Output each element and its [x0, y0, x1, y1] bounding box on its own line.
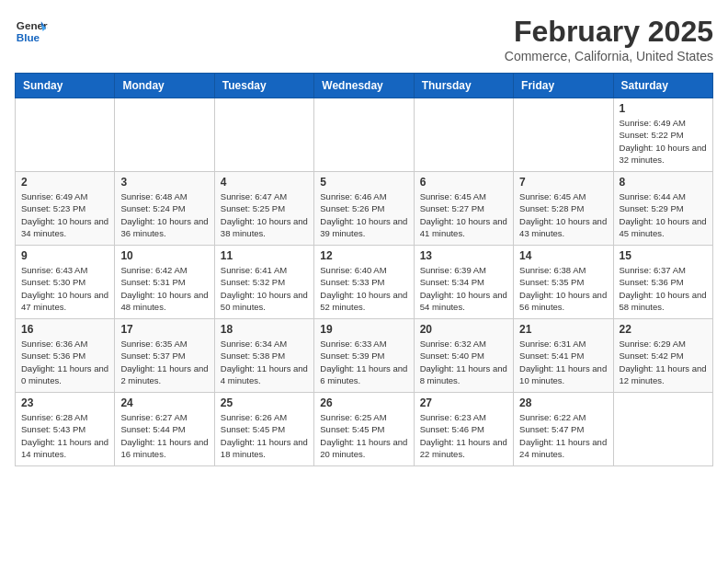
day-number: 28 — [519, 396, 607, 409]
location-title: Commerce, California, United States — [505, 49, 713, 63]
day-info: Sunrise: 6:49 AM Sunset: 5:22 PM Dayligh… — [620, 117, 707, 166]
calendar-day-header: Sunday — [16, 74, 115, 98]
day-info: Sunrise: 6:48 AM Sunset: 5:24 PM Dayligh… — [120, 190, 208, 239]
day-info: Sunrise: 6:45 AM Sunset: 5:28 PM Dayligh… — [519, 190, 607, 239]
day-number: 3 — [120, 176, 208, 189]
day-info: Sunrise: 6:22 AM Sunset: 5:47 PM Dayligh… — [519, 411, 607, 460]
calendar-cell: 18Sunrise: 6:34 AM Sunset: 5:38 PM Dayli… — [214, 319, 313, 393]
day-info: Sunrise: 6:47 AM Sunset: 5:25 PM Dayligh… — [221, 190, 308, 239]
day-number: 26 — [320, 396, 407, 409]
day-number: 19 — [320, 323, 407, 336]
day-info: Sunrise: 6:40 AM Sunset: 5:33 PM Dayligh… — [320, 264, 407, 313]
calendar-cell: 24Sunrise: 6:27 AM Sunset: 5:44 PM Dayli… — [115, 393, 214, 466]
day-number: 11 — [221, 249, 308, 262]
calendar-cell: 7Sunrise: 6:45 AM Sunset: 5:28 PM Daylig… — [514, 172, 613, 246]
calendar-week-row: 2Sunrise: 6:49 AM Sunset: 5:23 PM Daylig… — [16, 172, 713, 246]
day-info: Sunrise: 6:29 AM Sunset: 5:42 PM Dayligh… — [620, 338, 707, 386]
calendar-cell: 13Sunrise: 6:39 AM Sunset: 5:34 PM Dayli… — [414, 246, 513, 319]
calendar-week-row: 16Sunrise: 6:36 AM Sunset: 5:36 PM Dayli… — [16, 319, 713, 393]
day-number: 4 — [221, 176, 308, 189]
day-number: 12 — [320, 249, 407, 262]
day-info: Sunrise: 6:31 AM Sunset: 5:41 PM Dayligh… — [519, 338, 607, 386]
calendar-cell: 17Sunrise: 6:35 AM Sunset: 5:37 PM Dayli… — [115, 319, 214, 393]
day-info: Sunrise: 6:43 AM Sunset: 5:30 PM Dayligh… — [21, 264, 108, 313]
day-info: Sunrise: 6:49 AM Sunset: 5:23 PM Dayligh… — [21, 190, 108, 239]
calendar-cell: 14Sunrise: 6:38 AM Sunset: 5:35 PM Dayli… — [514, 246, 613, 319]
calendar-day-header: Thursday — [414, 74, 513, 98]
day-number: 18 — [221, 323, 308, 336]
svg-text:Blue: Blue — [17, 31, 40, 43]
day-number: 20 — [420, 323, 507, 336]
day-number: 23 — [21, 396, 108, 409]
day-info: Sunrise: 6:41 AM Sunset: 5:32 PM Dayligh… — [221, 264, 308, 313]
day-number: 15 — [620, 249, 707, 262]
calendar-cell: 2Sunrise: 6:49 AM Sunset: 5:23 PM Daylig… — [16, 172, 115, 246]
calendar-cell: 6Sunrise: 6:45 AM Sunset: 5:27 PM Daylig… — [414, 172, 513, 246]
day-number: 16 — [21, 323, 108, 336]
calendar-day-header: Friday — [514, 74, 613, 98]
calendar-cell: 27Sunrise: 6:23 AM Sunset: 5:46 PM Dayli… — [414, 393, 513, 466]
day-number: 24 — [120, 396, 208, 409]
day-info: Sunrise: 6:25 AM Sunset: 5:45 PM Dayligh… — [320, 411, 407, 460]
calendar-cell: 19Sunrise: 6:33 AM Sunset: 5:39 PM Dayli… — [314, 319, 414, 393]
day-info: Sunrise: 6:32 AM Sunset: 5:40 PM Dayligh… — [420, 338, 507, 386]
calendar-week-row: 23Sunrise: 6:28 AM Sunset: 5:43 PM Dayli… — [16, 393, 713, 466]
day-info: Sunrise: 6:23 AM Sunset: 5:46 PM Dayligh… — [420, 411, 507, 460]
page-header: General Blue February 2025 Commerce, Cal… — [15, 15, 713, 63]
title-area: February 2025 Commerce, California, Unit… — [505, 15, 713, 63]
calendar-cell: 5Sunrise: 6:46 AM Sunset: 5:26 PM Daylig… — [314, 172, 414, 246]
calendar-day-header: Wednesday — [314, 74, 414, 98]
day-info: Sunrise: 6:33 AM Sunset: 5:39 PM Dayligh… — [320, 338, 407, 386]
calendar-day-header: Saturday — [613, 74, 712, 98]
logo-icon: General Blue — [15, 15, 48, 48]
day-number: 9 — [21, 249, 108, 262]
calendar-week-row: 9Sunrise: 6:43 AM Sunset: 5:30 PM Daylig… — [16, 246, 713, 319]
calendar-cell: 1Sunrise: 6:49 AM Sunset: 5:22 PM Daylig… — [613, 98, 712, 172]
day-info: Sunrise: 6:36 AM Sunset: 5:36 PM Dayligh… — [21, 338, 108, 386]
calendar-cell: 10Sunrise: 6:42 AM Sunset: 5:31 PM Dayli… — [115, 246, 214, 319]
day-number: 17 — [120, 323, 208, 336]
calendar-cell: 22Sunrise: 6:29 AM Sunset: 5:42 PM Dayli… — [613, 319, 712, 393]
calendar-table: SundayMondayTuesdayWednesdayThursdayFrid… — [15, 73, 713, 466]
calendar-cell: 26Sunrise: 6:25 AM Sunset: 5:45 PM Dayli… — [314, 393, 414, 466]
day-info: Sunrise: 6:46 AM Sunset: 5:26 PM Dayligh… — [320, 190, 407, 239]
calendar-cell: 12Sunrise: 6:40 AM Sunset: 5:33 PM Dayli… — [314, 246, 414, 319]
day-number: 6 — [420, 176, 507, 189]
calendar-cell: 11Sunrise: 6:41 AM Sunset: 5:32 PM Dayli… — [214, 246, 313, 319]
calendar-cell — [514, 98, 613, 172]
day-info: Sunrise: 6:39 AM Sunset: 5:34 PM Dayligh… — [420, 264, 507, 313]
calendar-cell: 4Sunrise: 6:47 AM Sunset: 5:25 PM Daylig… — [214, 172, 313, 246]
day-number: 2 — [21, 176, 108, 189]
calendar-cell: 28Sunrise: 6:22 AM Sunset: 5:47 PM Dayli… — [514, 393, 613, 466]
calendar-cell: 3Sunrise: 6:48 AM Sunset: 5:24 PM Daylig… — [115, 172, 214, 246]
calendar-cell — [16, 98, 115, 172]
day-number: 22 — [620, 323, 707, 336]
calendar-cell: 25Sunrise: 6:26 AM Sunset: 5:45 PM Dayli… — [214, 393, 313, 466]
day-info: Sunrise: 6:35 AM Sunset: 5:37 PM Dayligh… — [120, 338, 208, 386]
day-number: 1 — [620, 102, 707, 115]
day-number: 27 — [420, 396, 507, 409]
day-info: Sunrise: 6:26 AM Sunset: 5:45 PM Dayligh… — [221, 411, 308, 460]
calendar-cell: 21Sunrise: 6:31 AM Sunset: 5:41 PM Dayli… — [514, 319, 613, 393]
day-number: 5 — [320, 176, 407, 189]
calendar-week-row: 1Sunrise: 6:49 AM Sunset: 5:22 PM Daylig… — [16, 98, 713, 172]
calendar-cell — [613, 393, 712, 466]
day-info: Sunrise: 6:34 AM Sunset: 5:38 PM Dayligh… — [221, 338, 308, 386]
day-info: Sunrise: 6:44 AM Sunset: 5:29 PM Dayligh… — [620, 190, 707, 239]
calendar-cell — [414, 98, 513, 172]
day-info: Sunrise: 6:45 AM Sunset: 5:27 PM Dayligh… — [420, 190, 507, 239]
calendar-cell: 23Sunrise: 6:28 AM Sunset: 5:43 PM Dayli… — [16, 393, 115, 466]
calendar-header-row: SundayMondayTuesdayWednesdayThursdayFrid… — [16, 74, 713, 98]
calendar-cell: 8Sunrise: 6:44 AM Sunset: 5:29 PM Daylig… — [613, 172, 712, 246]
calendar-cell — [214, 98, 313, 172]
day-number: 14 — [519, 249, 607, 262]
calendar-cell: 9Sunrise: 6:43 AM Sunset: 5:30 PM Daylig… — [16, 246, 115, 319]
calendar-body: 1Sunrise: 6:49 AM Sunset: 5:22 PM Daylig… — [16, 98, 713, 466]
day-info: Sunrise: 6:27 AM Sunset: 5:44 PM Dayligh… — [120, 411, 208, 460]
day-number: 10 — [120, 249, 208, 262]
month-title: February 2025 — [505, 15, 713, 49]
day-info: Sunrise: 6:28 AM Sunset: 5:43 PM Dayligh… — [21, 411, 108, 460]
calendar-day-header: Tuesday — [214, 74, 313, 98]
day-number: 21 — [519, 323, 607, 336]
day-number: 8 — [620, 176, 707, 189]
